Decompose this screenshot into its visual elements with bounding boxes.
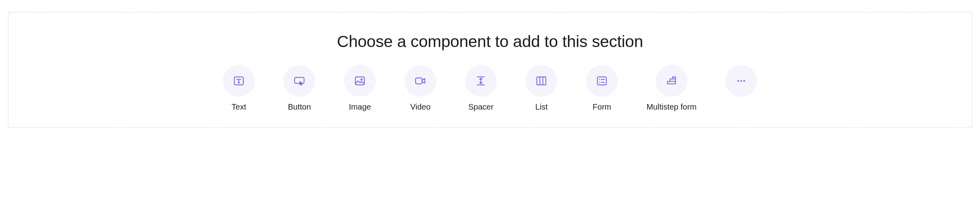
component-option-video[interactable]: Video — [404, 65, 436, 112]
svg-rect-1 — [295, 77, 304, 83]
component-option-form[interactable]: Form — [586, 65, 618, 112]
image-icon — [344, 65, 376, 97]
component-label: Text — [232, 102, 246, 112]
button-icon — [283, 65, 315, 97]
component-label: Multistep form — [646, 102, 697, 112]
svg-rect-8 — [537, 77, 546, 85]
svg-point-18 — [743, 80, 745, 82]
component-option-image[interactable]: Image — [344, 65, 376, 112]
component-label: Video — [410, 102, 431, 112]
component-label: Spacer — [469, 102, 494, 112]
component-option-spacer[interactable]: Spacer — [465, 65, 497, 112]
component-label: Image — [349, 102, 371, 112]
form-icon — [586, 65, 618, 97]
svg-point-3 — [361, 79, 362, 80]
component-picker-row: Text Button Image — [223, 65, 757, 112]
component-option-text[interactable]: Text — [223, 65, 255, 112]
component-option-more[interactable] — [725, 65, 757, 102]
component-label: Button — [288, 102, 311, 112]
list-icon — [525, 65, 557, 97]
empty-section-dropzone: Choose a component to add to this sectio… — [8, 12, 972, 128]
svg-point-17 — [740, 80, 742, 82]
video-icon — [404, 65, 436, 97]
svg-rect-4 — [416, 78, 422, 84]
component-label: Form — [593, 102, 611, 112]
multistep-form-icon — [656, 65, 687, 97]
svg-rect-11 — [597, 77, 607, 85]
section-heading: Choose a component to add to this sectio… — [337, 32, 643, 51]
component-option-button[interactable]: Button — [283, 65, 315, 112]
component-option-list[interactable]: List — [525, 65, 557, 112]
svg-rect-2 — [355, 77, 365, 85]
more-icon — [725, 65, 757, 97]
text-icon — [223, 65, 255, 97]
svg-point-16 — [737, 80, 739, 82]
svg-point-14 — [599, 82, 600, 83]
spacer-icon — [465, 65, 497, 97]
component-label: List — [535, 102, 548, 112]
svg-point-12 — [599, 79, 600, 80]
component-option-multistep-form[interactable]: Multistep form — [646, 65, 697, 112]
